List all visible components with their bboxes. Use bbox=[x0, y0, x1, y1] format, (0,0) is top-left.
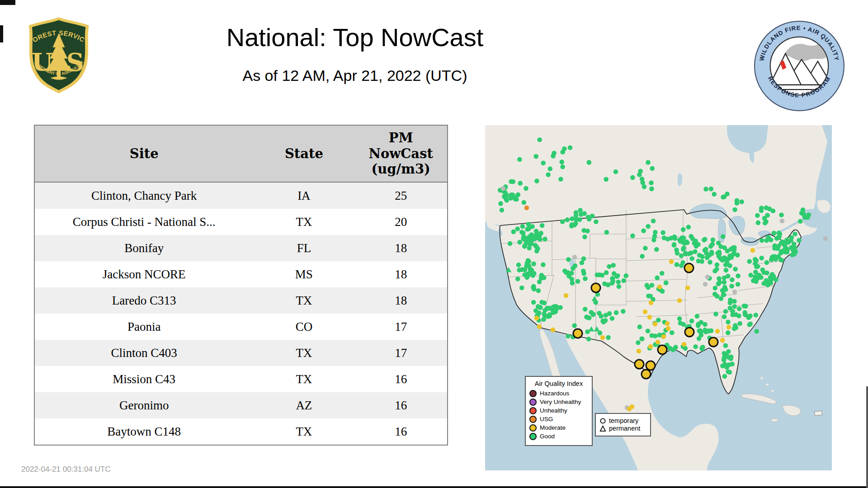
page-title: National: Top NowCast bbox=[136, 23, 574, 52]
aqi-legend: Air Quality Index HazardousVery Unhealth… bbox=[525, 376, 593, 446]
pm-value-cell: 25 bbox=[354, 182, 448, 209]
aqi-legend-label: Hazardous bbox=[540, 390, 569, 397]
table-row: Clinton C403TX17 bbox=[34, 340, 448, 366]
aqi-legend-item: Good bbox=[529, 433, 588, 440]
forest-service-logo: FOREST SERVICE U S DEPARTMENT OF AGRICUL… bbox=[24, 16, 94, 94]
table-row: GeronimoAZ16 bbox=[34, 392, 448, 418]
aqi-legend-item: Hazardous bbox=[529, 390, 588, 397]
wfaqrp-logo: WILDLAND FIRE • AIR QUALITY RESPONSE PRO… bbox=[753, 20, 845, 112]
table-header-row: SiteStatePM NowCast (ug/m3) bbox=[34, 125, 448, 182]
top-site-marker bbox=[646, 361, 655, 370]
state-cell: IA bbox=[253, 182, 354, 209]
state-cell: TX bbox=[253, 340, 354, 366]
aqi-legend-item: Moderate bbox=[529, 424, 588, 432]
top-site-marker bbox=[635, 360, 644, 369]
pm-value-cell: 16 bbox=[354, 418, 448, 445]
pm-value-cell: 16 bbox=[354, 366, 448, 392]
top-site-marker bbox=[591, 283, 600, 292]
shape-legend-label: permanent bbox=[609, 425, 640, 432]
site-cell: Paonia bbox=[34, 314, 253, 340]
table-row: Mission C43TX16 bbox=[34, 366, 448, 392]
aqi-color-swatch bbox=[529, 433, 537, 440]
aqi-color-swatch bbox=[529, 407, 537, 414]
table-row: Corpus Christi - National S...TX20 bbox=[34, 209, 448, 235]
state-cell: TX bbox=[253, 366, 354, 392]
aqi-color-swatch bbox=[529, 399, 537, 406]
frame-artifact bbox=[0, 486, 868, 488]
state-cell: CO bbox=[253, 314, 354, 340]
site-cell: Corpus Christi - National S... bbox=[34, 209, 253, 235]
column-header-state: State bbox=[253, 125, 354, 182]
aqi-legend-label: Good bbox=[540, 433, 555, 440]
frame-artifact bbox=[866, 386, 868, 488]
state-cell: FL bbox=[253, 235, 354, 261]
aqi-color-swatch bbox=[529, 390, 537, 397]
pm-value-cell: 17 bbox=[354, 340, 448, 366]
temporary-circle-icon bbox=[599, 418, 606, 424]
top-site-marker bbox=[642, 370, 651, 379]
top-site-marker bbox=[709, 338, 718, 347]
state-cell: AZ bbox=[253, 392, 354, 418]
table-row: Baytown C148TX16 bbox=[34, 418, 448, 445]
aqi-legend-label: Very Unhealthy bbox=[540, 399, 581, 405]
top-site-marker bbox=[684, 263, 693, 272]
aqi-legend-label: Unhealthy bbox=[540, 408, 567, 414]
top-site-marker bbox=[685, 328, 694, 337]
shape-legend-item: temporary bbox=[599, 418, 646, 424]
site-cell: Clinton, Chancy Park bbox=[34, 182, 253, 209]
page-subtitle: As of 12 AM, Apr 21, 2022 (UTC) bbox=[136, 67, 574, 84]
aqi-legend-item: USG bbox=[529, 416, 588, 423]
aqi-legend-title: Air Quality Index bbox=[529, 380, 588, 387]
state-cell: TX bbox=[253, 418, 354, 445]
table-row: Laredo C313TX18 bbox=[34, 287, 448, 314]
pm-value-cell: 16 bbox=[354, 392, 448, 418]
shape-legend-item: permanent bbox=[599, 425, 646, 432]
table-row: BonifayFL18 bbox=[34, 235, 448, 261]
pm-value-cell: 17 bbox=[354, 314, 448, 340]
site-cell: Geronimo bbox=[34, 392, 253, 418]
site-cell: Mission C43 bbox=[34, 366, 253, 392]
frame-artifact bbox=[0, 25, 3, 42]
table-row: Jackson NCOREMS18 bbox=[34, 261, 448, 287]
frame-artifact bbox=[0, 0, 15, 5]
pm-value-cell: 18 bbox=[354, 287, 448, 314]
aqi-color-swatch bbox=[529, 424, 537, 432]
pm-value-cell: 18 bbox=[354, 235, 448, 261]
site-cell: Baytown C148 bbox=[34, 418, 253, 445]
site-cell: Clinton C403 bbox=[34, 340, 253, 366]
top-site-marker bbox=[573, 329, 582, 338]
site-cell: Laredo C313 bbox=[34, 287, 253, 314]
shape-legend-label: temporary bbox=[609, 418, 638, 424]
pm-value-cell: 18 bbox=[354, 261, 448, 287]
aqi-legend-item: Very Unhealthy bbox=[529, 399, 588, 406]
table-row: Clinton, Chancy ParkIA25 bbox=[34, 182, 448, 209]
aqi-color-swatch bbox=[529, 416, 537, 423]
aqi-map: Air Quality Index HazardousVery Unhealth… bbox=[485, 125, 832, 470]
pm-value-cell: 20 bbox=[354, 209, 448, 235]
shape-legend: temporarypermanent bbox=[595, 413, 651, 436]
permanent-triangle-icon bbox=[599, 425, 606, 432]
state-cell: TX bbox=[253, 287, 354, 314]
top-nowcast-table: SiteStatePM NowCast (ug/m3) Clinton, Cha… bbox=[34, 125, 448, 446]
aqi-legend-label: Moderate bbox=[540, 425, 566, 431]
top-site-marker bbox=[658, 345, 667, 354]
site-cell: Jackson NCORE bbox=[34, 261, 253, 287]
column-header-pm: PM NowCast (ug/m3) bbox=[354, 125, 448, 182]
state-cell: MS bbox=[253, 261, 354, 287]
state-cell: TX bbox=[253, 209, 354, 235]
generated-timestamp: 2022-04-21 00:31:04 UTC bbox=[21, 465, 111, 474]
column-header-site: Site bbox=[34, 125, 253, 182]
aqi-legend-label: USG bbox=[540, 416, 553, 422]
aqi-legend-item: Unhealthy bbox=[529, 407, 588, 414]
table-row: PaoniaCO17 bbox=[34, 314, 448, 340]
site-cell: Bonifay bbox=[34, 235, 253, 261]
